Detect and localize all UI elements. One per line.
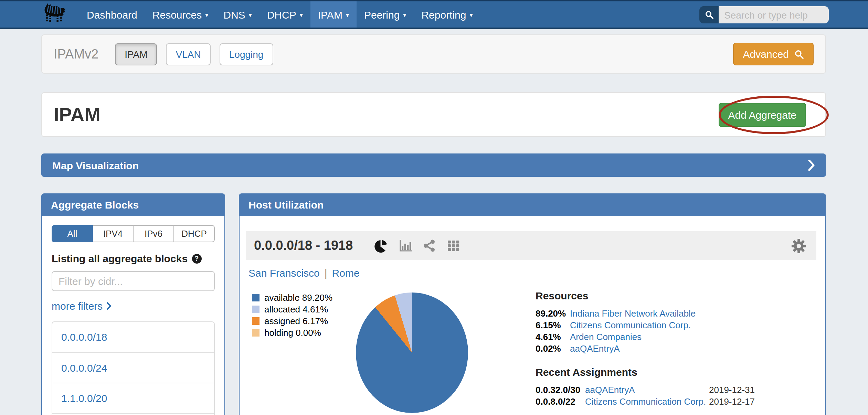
legend-label: available 89.20%: [264, 292, 332, 304]
resource-row: 4.61% Arden Companies: [536, 331, 818, 343]
legend-label: assigned 6.17%: [264, 315, 328, 327]
grid-view-button[interactable]: [446, 239, 460, 253]
block-summary-strip: 0.0.0.0/18 - 1918: [246, 231, 816, 260]
ipamv2-brand: IPAMv2: [54, 46, 98, 62]
resource-link[interactable]: Indiana Fiber Network Available: [570, 308, 818, 319]
help-question-icon[interactable]: ?: [192, 254, 201, 263]
assignment-date: 2019-12-17: [709, 396, 818, 407]
filter-ipv6[interactable]: IPv6: [134, 225, 174, 242]
aggregate-blocks-title: Aggregate Blocks: [51, 199, 139, 211]
legend-swatch: [252, 317, 260, 325]
legend-swatch: [252, 306, 260, 313]
pie-chart-view-button[interactable]: [373, 238, 388, 253]
tab-logging[interactable]: Logging: [220, 43, 273, 65]
resource-link[interactable]: aaQAEntryA: [570, 343, 818, 354]
bar-chart-view-button[interactable]: [398, 239, 412, 253]
assignment-cidr: 0.0.8.0/22: [536, 396, 585, 407]
global-search: [699, 6, 829, 23]
search-input[interactable]: [719, 6, 829, 23]
aggregate-blocks-body: All IPV4 IPv6 DHCP Listing all aggregate…: [41, 216, 225, 415]
view-toggle-icons: [373, 238, 460, 253]
advanced-search-button[interactable]: Advanced: [733, 43, 814, 65]
nav-item-reporting[interactable]: Reporting ▾: [414, 1, 480, 28]
advanced-label: Advanced: [743, 48, 789, 60]
block-type-filter: All IPV4 IPv6 DHCP: [52, 225, 215, 242]
nav-menu: Dashboard Resources ▾ DNS ▾ DHCP ▾ IPAM …: [79, 1, 480, 28]
nav-item-resources[interactable]: Resources ▾: [145, 1, 216, 28]
nav-label: Dashboard: [87, 9, 137, 20]
assignment-link[interactable]: aaQAEntryA: [585, 384, 709, 396]
map-visualization-title: Map Visualization: [52, 159, 139, 171]
chevron-right-icon: [107, 302, 112, 310]
resource-percent: 6.15%: [536, 319, 570, 331]
gear-icon: [791, 238, 807, 254]
add-aggregate-button[interactable]: Add Aggregate: [718, 103, 806, 127]
nav-label: Peering: [364, 9, 400, 20]
more-filters-link[interactable]: more filters: [52, 300, 112, 312]
settings-button[interactable]: [791, 238, 807, 254]
aggregate-blocks-panel: Aggregate Blocks All IPV4 IPv6 DHCP List…: [41, 193, 225, 415]
top-navbar: Dashboard Resources ▾ DNS ▾ DHCP ▾ IPAM …: [0, 0, 868, 29]
legend-item: allocated 4.61%: [252, 304, 332, 315]
nav-label: DHCP: [267, 9, 296, 20]
tab-ipam[interactable]: IPAM: [115, 43, 157, 65]
utilization-pie-chart[interactable]: [356, 292, 468, 413]
map-visualization-bar[interactable]: Map Visualization: [41, 153, 826, 177]
assignment-link[interactable]: Citizens Communication Corp.: [585, 396, 709, 407]
resource-link[interactable]: Arden Companies: [570, 331, 818, 343]
chevron-right-icon: [808, 160, 815, 171]
list-item[interactable]: 0.0.0.0/24: [52, 352, 214, 383]
list-item[interactable]: 0.0.0.0/18: [52, 322, 214, 352]
more-filters-label: more filters: [52, 300, 103, 312]
host-utilization-panel: Host Utilization 0.0.0.0/18 - 1918: [239, 193, 826, 415]
ipamv2-toolbar: IPAMv2 IPAM VLAN Logging Advanced: [41, 34, 826, 74]
host-utilization-title: Host Utilization: [248, 199, 324, 211]
resource-row: 6.15% Citizens Communication Corp.: [536, 319, 818, 331]
caret-down-icon: ▾: [300, 11, 303, 18]
list-item[interactable]: 1.1.0.0/20: [52, 383, 214, 413]
legend-item: holding 0.00%: [252, 327, 332, 339]
legend-label: holding 0.00%: [264, 327, 321, 339]
filter-ipv4[interactable]: IPV4: [93, 225, 134, 242]
nav-item-dhcp[interactable]: DHCP ▾: [260, 1, 310, 28]
tab-vlan[interactable]: VLAN: [166, 43, 211, 65]
cidr-filter-input[interactable]: [52, 271, 215, 291]
assignment-date: 2019-12-31: [709, 384, 818, 396]
grid-icon: [446, 239, 460, 253]
filter-all[interactable]: All: [52, 225, 93, 242]
resource-percent: 89.20%: [536, 308, 570, 319]
zebra-icon: [39, 2, 69, 27]
caret-down-icon: ▾: [403, 11, 406, 18]
nav-item-peering[interactable]: Peering ▾: [357, 1, 414, 28]
nav-item-ipam[interactable]: IPAM ▾: [310, 1, 357, 28]
location-links: San Franscisco|Rome: [248, 267, 360, 279]
resource-row: 0.02% aaQAEntryA: [536, 343, 818, 354]
nav-label: IPAM: [318, 9, 342, 20]
nav-item-dns[interactable]: DNS ▾: [216, 1, 259, 28]
resources-column: Resources 89.20% Indiana Fiber Network A…: [536, 290, 818, 407]
assignment-row: 0.0.32.0/30 aaQAEntryA 2019-12-31: [536, 384, 818, 396]
resources-title: Resources: [536, 290, 818, 301]
host-utilization-body: 0.0.0.0/18 - 1918: [239, 216, 826, 415]
nav-label: Reporting: [421, 9, 466, 20]
pie-chart-icon: [373, 238, 388, 253]
resource-link[interactable]: Citizens Communication Corp.: [570, 319, 818, 331]
host-utilization-header: Host Utilization: [239, 193, 826, 216]
nav-item-dashboard[interactable]: Dashboard: [79, 1, 145, 28]
location-link-rome[interactable]: Rome: [332, 267, 360, 279]
filter-dhcp[interactable]: DHCP: [174, 225, 215, 242]
bar-chart-icon: [398, 239, 412, 253]
share-view-button[interactable]: [422, 239, 436, 253]
legend-label: allocated 4.61%: [264, 304, 328, 315]
zebra-logo: [39, 1, 71, 28]
block-title: 0.0.0.0/18 - 1918: [254, 238, 353, 253]
search-icon: [705, 10, 713, 19]
caret-down-icon: ▾: [470, 11, 473, 18]
app-viewport: Dashboard Resources ▾ DNS ▾ DHCP ▾ IPAM …: [0, 0, 868, 415]
resource-row: 89.20% Indiana Fiber Network Available: [536, 308, 818, 319]
ipam-header-card: IPAM Add Aggregate: [41, 92, 826, 137]
search-button[interactable]: [699, 6, 719, 23]
location-link-san-franscisco[interactable]: San Franscisco: [248, 267, 320, 279]
nav-label: DNS: [223, 9, 245, 20]
legend-item: assigned 6.17%: [252, 315, 332, 327]
